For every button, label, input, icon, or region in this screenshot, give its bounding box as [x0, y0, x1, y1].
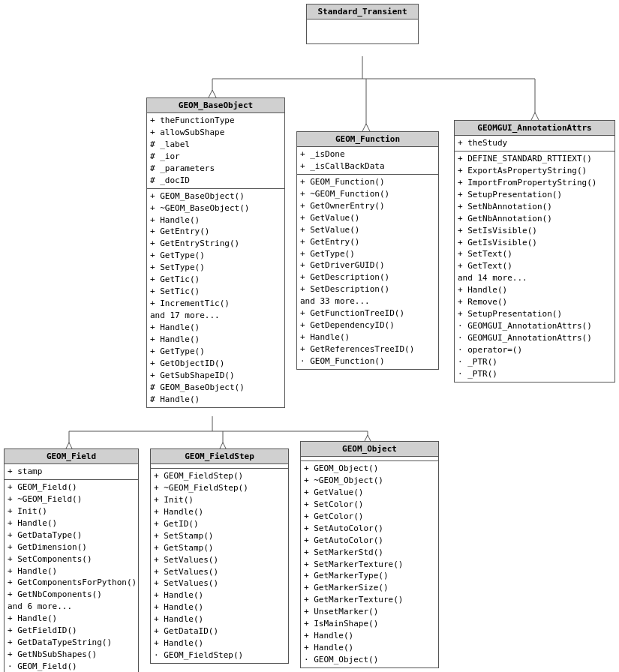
standard-transient-body: [307, 20, 418, 44]
geom-baseobject-box: GEOM_BaseObject + theFunctionType + allo…: [146, 98, 285, 408]
geom-function-attrs: + _isDone + _isCallBackData: [297, 147, 438, 175]
geom-baseobject-methods: + GEOM_BaseObject() + ~GEOM_BaseObject()…: [147, 189, 284, 407]
geom-field-title: GEOM_Field: [5, 449, 138, 464]
geom-function-methods: + GEOM_Function() + ~GEOM_Function() + G…: [297, 175, 438, 369]
geom-object-title: GEOM_Object: [301, 442, 438, 457]
geom-baseobject-attrs: + theFunctionType + allowSubShape # _lab…: [147, 113, 284, 189]
geom-fieldstep-box: GEOM_FieldStep + GEOM_FieldStep() + ~GEO…: [150, 448, 289, 664]
geom-function-title: GEOM_Function: [297, 132, 438, 147]
geom-fieldstep-methods: + GEOM_FieldStep() + ~GEOM_FieldStep() +…: [151, 469, 288, 663]
standard-transient-box: Standard_Transient: [306, 4, 419, 44]
geomgui-annotationattrs-box: GEOMGUI_AnnotationAttrs + theStudy + DEF…: [454, 120, 615, 382]
standard-transient-title: Standard_Transient: [307, 4, 418, 20]
geom-field-box: GEOM_Field + stamp + GEOM_Field() + ~GEO…: [4, 448, 139, 672]
diagram-container: Standard_Transient GEOM_BaseObject + the…: [0, 0, 619, 672]
geomgui-annotationattrs-title: GEOMGUI_AnnotationAttrs: [455, 121, 614, 136]
geom-fieldstep-title: GEOM_FieldStep: [151, 449, 288, 464]
geom-baseobject-title: GEOM_BaseObject: [147, 98, 284, 113]
geom-field-attrs: + stamp: [5, 464, 138, 480]
geomgui-annotationattrs-methods: + DEFINE_STANDARD_RTTIEXT() + ExportAsPr…: [455, 152, 614, 382]
geom-object-box: GEOM_Object + GEOM_Object() + ~GEOM_Obje…: [300, 441, 439, 668]
geom-object-methods: + GEOM_Object() + ~GEOM_Object() + GetVa…: [301, 461, 438, 668]
geom-field-methods: + GEOM_Field() + ~GEOM_Field() + Init() …: [5, 480, 138, 672]
geomgui-annotationattrs-attrs: + theStudy: [455, 136, 614, 152]
geom-function-box: GEOM_Function + _isDone + _isCallBackDat…: [296, 131, 439, 370]
